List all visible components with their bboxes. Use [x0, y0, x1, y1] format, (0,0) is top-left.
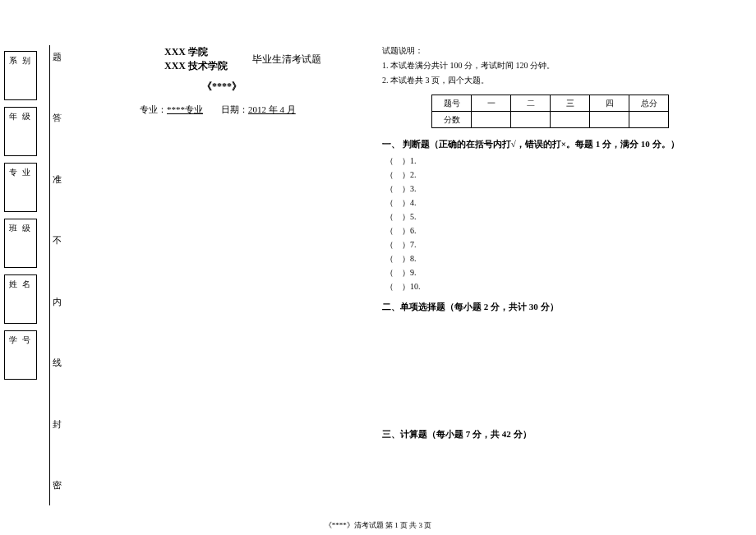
- seal-text: 题 答 准 不 内 线 封 密: [51, 49, 62, 493]
- score-label: 分数: [432, 112, 472, 128]
- left-column: XXX 学院 XXX 技术学院 毕业生清考试题 《****》 专业：****专业…: [82, 45, 362, 116]
- question-item: （ ）5.: [385, 211, 735, 223]
- score-cell: [590, 112, 629, 128]
- seal-char: 密: [53, 477, 62, 493]
- exam-title: 毕业生清考试题: [252, 53, 321, 67]
- seal-char: 封: [53, 417, 62, 432]
- question-item: （ ）10.: [385, 281, 735, 293]
- right-column: 试题说明： 1. 本试卷满分共计 100 分，考试时间 120 分钟。 2. 本…: [382, 45, 735, 445]
- question-item: （ ）6.: [385, 225, 735, 237]
- question-item: （ ）2.: [385, 169, 735, 181]
- student-info-boxes: 系 别 年 级 专 业 班 级 姓 名 学 号: [4, 51, 37, 386]
- question-item: （ ）3.: [385, 183, 735, 195]
- major-value: ****专业: [167, 104, 203, 114]
- th-c4: 四: [590, 95, 629, 112]
- th-c2: 二: [511, 95, 551, 112]
- th-c3: 三: [551, 95, 590, 112]
- section2-title: 二、单项选择题（每小题 2 分，共计 30 分）: [382, 301, 735, 313]
- footer: 《****》清考试题 第 1 页 共 3 页: [0, 520, 756, 531]
- question-item: （ ）8.: [385, 253, 735, 265]
- question-item: （ ）7.: [385, 239, 735, 251]
- info-name: 姓 名: [4, 274, 37, 324]
- info-major: 专 业: [4, 163, 37, 212]
- question-list: （ ）1. （ ）2. （ ）3. （ ）4. （ ）5. （ ）6. （ ）7…: [385, 155, 735, 293]
- seal-char: 题: [53, 49, 62, 65]
- th-label: 题号: [432, 95, 472, 112]
- info-grade: 年 级: [4, 107, 37, 156]
- course-title: 《****》: [82, 80, 362, 94]
- question-item: （ ）9.: [385, 267, 735, 279]
- section3-title: 三、计算题（每小题 7 分，共 42 分）: [382, 428, 735, 440]
- score-cell: [551, 112, 590, 128]
- score-cell: [472, 112, 511, 128]
- info-dept: 系 别: [4, 51, 37, 100]
- major-label: 专业：: [140, 104, 167, 114]
- info-id: 学 号: [4, 330, 37, 380]
- college-1: XXX 学院: [164, 45, 228, 59]
- seal-char: 答: [53, 110, 62, 126]
- seal-char: 线: [53, 355, 62, 371]
- th-total: 总分: [629, 95, 669, 112]
- seal-char: 准: [53, 172, 62, 187]
- date-value: 2012 年 4 月: [248, 104, 296, 114]
- score-table: 题号 一 二 三 四 总分 分数: [431, 95, 669, 128]
- seal-char: 内: [53, 294, 62, 310]
- score-cell: [511, 112, 551, 128]
- date-label: 日期：: [221, 104, 248, 114]
- info-class: 班 级: [4, 219, 37, 268]
- table-row: 分数: [432, 112, 669, 128]
- instr-title: 试题说明：: [382, 45, 735, 57]
- college-2: XXX 技术学院: [164, 59, 228, 73]
- instr-1: 1. 本试卷满分共计 100 分，考试时间 120 分钟。: [382, 60, 735, 71]
- question-item: （ ）4.: [385, 197, 735, 209]
- seal-char: 不: [53, 233, 62, 248]
- header-row: XXX 学院 XXX 技术学院 毕业生清考试题: [82, 45, 362, 73]
- major-date-row: 专业：****专业 日期：2012 年 4 月: [140, 104, 362, 116]
- section1-title: 一、 判断题（正确的在括号内打√，错误的打×。每题 1 分，满分 10 分。）: [382, 138, 735, 150]
- table-row: 题号 一 二 三 四 总分: [432, 95, 669, 112]
- college-names: XXX 学院 XXX 技术学院: [164, 45, 228, 73]
- instr-2: 2. 本试卷共 3 页，四个大题。: [382, 75, 735, 86]
- score-cell: [629, 112, 669, 128]
- question-item: （ ）1.: [385, 155, 735, 167]
- instructions: 试题说明： 1. 本试卷满分共计 100 分，考试时间 120 分钟。 2. 本…: [382, 45, 735, 86]
- th-c1: 一: [472, 95, 511, 112]
